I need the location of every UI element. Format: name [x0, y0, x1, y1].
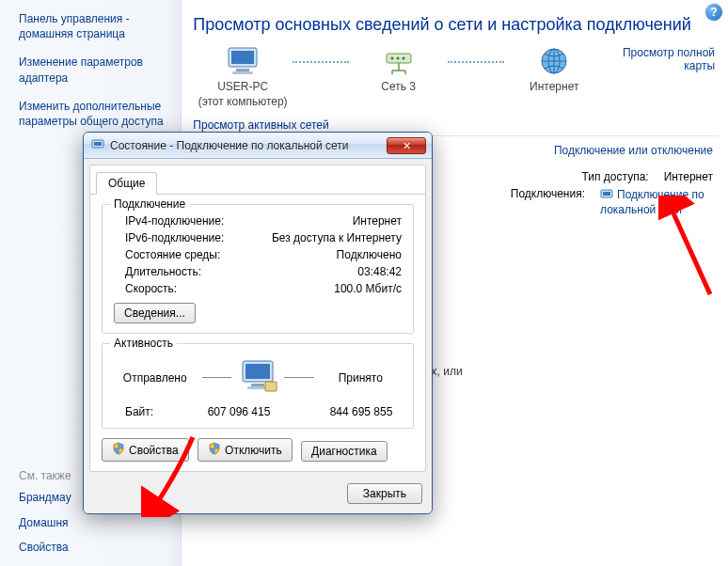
group-activity-legend: Активность — [110, 337, 177, 350]
duration-label: Длительность: — [114, 265, 201, 278]
nic-icon — [600, 187, 613, 203]
media-value: Подключено — [337, 248, 402, 261]
svg-rect-15 — [245, 364, 270, 379]
properties-button[interactable]: Свойства — [102, 438, 189, 462]
duration-value: 03:48:42 — [357, 265, 402, 278]
bytes-recv-value: 844 695 855 — [321, 405, 402, 418]
shield-icon — [208, 442, 221, 458]
bytes-sent-value: 607 096 415 — [198, 405, 279, 418]
ipv4-label: IPv4-подключение: — [114, 214, 224, 228]
local-connection-text: Подключение по локальной сети — [600, 188, 704, 216]
svg-rect-13 — [94, 142, 102, 146]
group-activity: Активность Отправлено Принято Байт: 607 … — [102, 343, 414, 429]
close-button[interactable]: ✕ — [387, 137, 426, 154]
svg-point-5 — [390, 57, 393, 60]
svg-rect-16 — [251, 384, 264, 386]
status-dialog: Состояние - Подключение по локальной сет… — [83, 132, 433, 514]
network-link-icon — [448, 46, 504, 76]
activity-dash-icon — [202, 377, 232, 378]
svg-rect-3 — [232, 71, 253, 74]
sidebar-link-properties[interactable]: Свойства — [19, 540, 166, 555]
network-map: USER-PC (этот компьютер) Сеть 3 Интернет… — [193, 46, 719, 109]
help-icon[interactable]: ? — [705, 4, 722, 21]
svg-rect-1 — [231, 51, 254, 64]
shield-icon — [112, 442, 125, 458]
network-node-internet: Интернет — [504, 46, 604, 95]
speed-label: Скорость: — [114, 282, 177, 295]
nic-icon — [91, 137, 104, 153]
sent-label: Отправлено — [114, 371, 197, 385]
ipv6-value: Без доступа к Интернету — [272, 231, 402, 244]
disable-button-label: Отключить — [225, 444, 282, 457]
full-map-link[interactable]: Просмотр полной карты — [623, 46, 715, 72]
connections-label: Подключения: — [500, 187, 585, 200]
ipv4-value: Интернет — [353, 214, 402, 228]
access-type-label: Тип доступа: — [564, 170, 649, 183]
page-title: Просмотр основных сведений о сети и наст… — [193, 15, 719, 35]
globe-icon — [534, 46, 574, 76]
speed-value: 100.0 Мбит/с — [334, 282, 402, 295]
network-link-icon — [293, 46, 349, 76]
sidebar-link-sharing-settings[interactable]: Изменить дополнительные параметры общего… — [19, 99, 166, 129]
svg-rect-11 — [603, 192, 610, 196]
properties-button-label: Свойства — [129, 444, 179, 457]
active-networks-label: Просмотр активных сетей — [193, 118, 719, 132]
bytes-label: Байт: — [114, 405, 198, 418]
ipv6-label: IPv6-подключение: — [114, 231, 224, 244]
recv-label: Принято — [320, 371, 403, 385]
node-network-name: Сеть 3 — [349, 80, 449, 95]
svg-rect-18 — [265, 382, 277, 391]
media-label: Состояние среды: — [114, 248, 220, 261]
activity-dash-icon — [284, 377, 314, 378]
sidebar-link-control-panel-home[interactable]: Панель управления - домашняя страница — [19, 11, 166, 41]
svg-point-7 — [402, 57, 404, 60]
close-dialog-button[interactable]: Закрыть — [347, 483, 422, 504]
disable-button[interactable]: Отключить — [198, 438, 293, 462]
node-internet-name: Интернет — [504, 80, 604, 95]
details-button[interactable]: Сведения... — [114, 303, 196, 323]
network-node-this-pc: USER-PC (этот компьютер) — [193, 46, 293, 109]
group-connection: Подключение IPv4-подключение:Интернет IP… — [102, 204, 414, 334]
node-pc-name: USER-PC — [193, 80, 293, 95]
svg-point-6 — [396, 57, 399, 60]
node-pc-sub: (этот компьютер) — [193, 95, 293, 110]
access-type-value: Интернет — [664, 170, 713, 183]
computer-icon — [223, 46, 262, 76]
dialog-title: Состояние - Подключение по локальной сет… — [110, 139, 387, 152]
svg-rect-2 — [236, 69, 249, 71]
close-icon: ✕ — [403, 140, 411, 151]
connect-disconnect-link[interactable]: Подключение или отключение — [554, 144, 713, 157]
group-connection-legend: Подключение — [110, 197, 189, 211]
diagnostics-button[interactable]: Диагностика — [301, 441, 388, 462]
activity-computer-icon — [237, 359, 278, 396]
network-node-network: Сеть 3 — [349, 46, 449, 95]
dialog-titlebar[interactable]: Состояние - Подключение по локальной сет… — [84, 133, 432, 159]
network-icon — [379, 46, 419, 76]
dialog-tabs: Общие — [90, 165, 425, 195]
sidebar-link-homegroup[interactable]: Домашня — [19, 515, 166, 530]
local-connection-link[interactable]: Подключение по локальной сети — [600, 187, 713, 216]
sidebar-link-adapter-settings[interactable]: Изменение параметров адаптера — [19, 55, 166, 85]
tab-general[interactable]: Общие — [96, 172, 157, 195]
